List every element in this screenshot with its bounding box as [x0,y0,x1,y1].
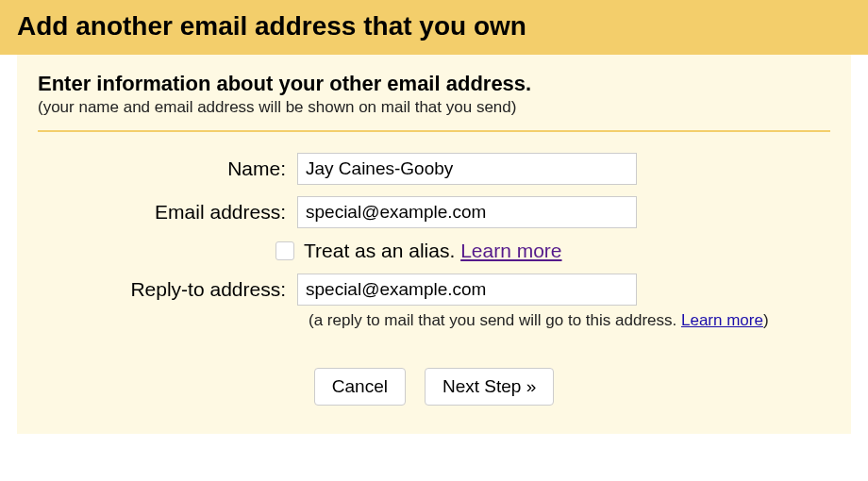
replyto-helper-suffix: ) [763,311,769,329]
alias-label: Treat as an alias. Learn more [304,240,562,262]
name-input[interactable] [297,153,637,185]
cancel-button[interactable]: Cancel [314,368,406,406]
next-step-button[interactable]: Next Step » [425,368,554,406]
dialog-content: Enter information about your other email… [17,55,851,434]
replyto-label: Reply-to address: [38,278,297,301]
name-label: Name: [38,158,297,180]
alias-checkbox[interactable] [275,241,294,260]
button-row: Cancel Next Step » [38,368,830,406]
section-title: Enter information about your other email… [38,72,830,96]
email-label: Email address: [38,201,297,224]
replyto-input[interactable] [297,274,637,306]
replyto-learn-more-link[interactable]: Learn more [681,311,763,329]
section-subtitle: (your name and email address will be sho… [38,98,830,117]
email-row: Email address: [38,196,830,228]
email-input[interactable] [297,196,637,228]
alias-text: Treat as an alias. [304,240,460,261]
alias-learn-more-link[interactable]: Learn more [460,240,561,261]
replyto-helper-prefix: (a reply to mail that you send will go t… [309,311,681,329]
dialog-header: Add another email address that you own [0,0,868,55]
divider [38,130,830,132]
replyto-helper: (a reply to mail that you send will go t… [38,311,830,330]
alias-row: Treat as an alias. Learn more [38,240,830,262]
replyto-row: Reply-to address: [38,274,830,306]
name-row: Name: [38,153,830,185]
dialog-title: Add another email address that you own [17,11,851,41]
